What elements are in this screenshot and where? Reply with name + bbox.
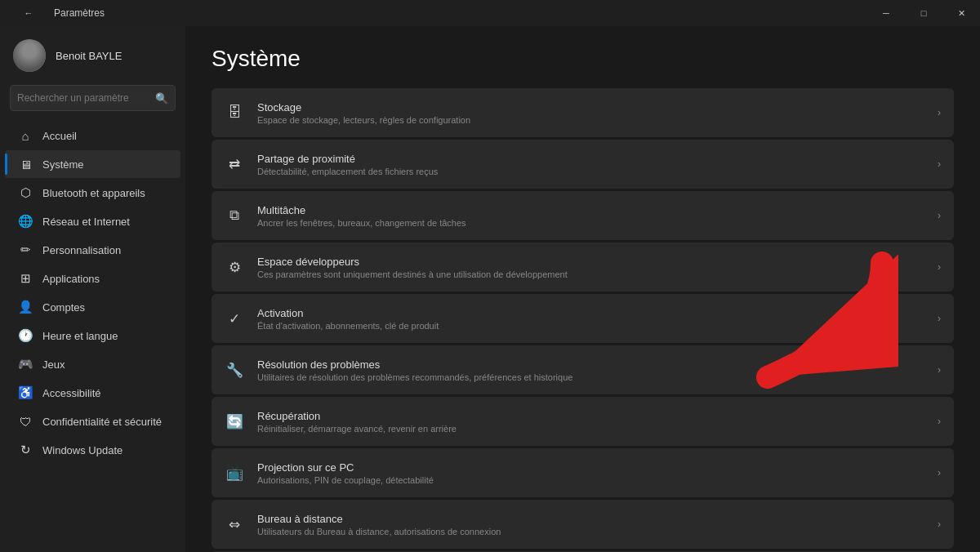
- settings-icon-recuperation: 🔄: [225, 412, 244, 431]
- chevron-right-icon-bureau-distance: ›: [938, 519, 941, 530]
- settings-title-activation: Activation: [257, 307, 924, 319]
- nav-label-windows-update: Windows Update: [42, 444, 122, 456]
- settings-desc-espace-dev: Ces paramètres sont uniquement destinés …: [257, 269, 924, 279]
- nav-label-systeme: Système: [42, 158, 84, 171]
- settings-text-espace-dev: Espace développeursCes paramètres sont u…: [257, 256, 924, 279]
- nav-icon-jeux: 🎮: [18, 357, 33, 372]
- settings-title-projection: Projection sur ce PC: [257, 461, 924, 474]
- settings-text-projection: Projection sur ce PCAutorisations, PIN d…: [257, 461, 924, 485]
- settings-desc-stockage: Espace de stockage, lecteurs, règles de …: [257, 115, 924, 125]
- sidebar-item-reseau[interactable]: 🌐Réseau et Internet: [5, 207, 180, 235]
- settings-desc-resolution: Utilitaires de résolution des problèmes …: [257, 372, 924, 382]
- chevron-right-icon-espace-dev: ›: [938, 261, 941, 273]
- settings-item-stockage[interactable]: 🗄StockageEspace de stockage, lecteurs, r…: [212, 88, 954, 137]
- sidebar-item-jeux[interactable]: 🎮Jeux: [5, 350, 180, 378]
- settings-item-projection[interactable]: 📺Projection sur ce PCAutorisations, PIN …: [212, 448, 954, 497]
- sidebar-item-applications[interactable]: ⊞Applications: [5, 265, 180, 292]
- settings-title-bureau-distance: Bureau à distance: [257, 513, 924, 525]
- settings-icon-stockage: 🗄: [225, 103, 244, 122]
- settings-text-bureau-distance: Bureau à distanceUtilisateurs du Bureau …: [257, 513, 924, 536]
- content-wrapper: Système 🗄StockageEspace de stockage, lec…: [185, 26, 980, 552]
- search-icon[interactable]: 🔍: [155, 92, 168, 105]
- settings-title-multitache: Multitâche: [257, 204, 924, 216]
- nav-icon-reseau: 🌐: [18, 214, 33, 229]
- nav-label-heure: Heure et langue: [42, 330, 118, 342]
- nav-icon-windows-update: ↻: [18, 443, 33, 457]
- chevron-right-icon-stockage: ›: [938, 107, 941, 118]
- sidebar-item-confidentialite[interactable]: 🛡Confidentialité et sécurité: [5, 407, 180, 435]
- nav-icon-bluetooth: ⬡: [18, 185, 33, 200]
- nav-icon-comptes: 👤: [18, 300, 33, 314]
- settings-item-activation[interactable]: ✓ActivationÉtat d'activation, abonnement…: [212, 294, 954, 343]
- back-button[interactable]: ←: [10, 0, 47, 26]
- settings-item-bureau-distance[interactable]: ⇔Bureau à distanceUtilisateurs du Bureau…: [212, 500, 954, 549]
- settings-text-partage: Partage de proximitéDétectabilité, empla…: [257, 153, 924, 176]
- main-content: Système 🗄StockageEspace de stockage, lec…: [185, 26, 980, 552]
- settings-text-multitache: MultitâcheAncrer les fenêtres, bureaux, …: [257, 204, 924, 228]
- settings-text-stockage: StockageEspace de stockage, lecteurs, rè…: [257, 101, 924, 125]
- maximize-button[interactable]: □: [905, 0, 942, 26]
- settings-icon-multitache: ⧉: [225, 206, 244, 225]
- search-input[interactable]: [17, 92, 155, 104]
- settings-icon-activation: ✓: [225, 309, 244, 328]
- sidebar-item-heure[interactable]: 🕐Heure et langue: [5, 322, 180, 349]
- nav-icon-heure: 🕐: [18, 328, 33, 343]
- settings-item-resolution[interactable]: 🔧Résolution des problèmesUtilitaires de …: [212, 345, 954, 394]
- nav-icon-accessibilite: ♿: [18, 385, 33, 400]
- nav-icon-confidentialite: 🛡: [18, 414, 33, 429]
- sidebar: Benoit BAYLE 🔍 ⌂Accueil🖥Système⬡Bluetoot…: [0, 26, 185, 552]
- chevron-right-icon-partage: ›: [938, 158, 941, 170]
- titlebar: ← Paramètres ─ □ ✕: [0, 0, 980, 26]
- sidebar-item-systeme[interactable]: 🖥Système: [5, 150, 180, 178]
- settings-desc-projection: Autorisations, PIN de couplage, détectab…: [257, 475, 924, 485]
- user-profile[interactable]: Benoit BAYLE: [0, 26, 185, 78]
- settings-title-espace-dev: Espace développeurs: [257, 256, 924, 268]
- settings-icon-partage: ⇄: [225, 154, 244, 174]
- settings-text-resolution: Résolution des problèmesUtilitaires de r…: [257, 358, 924, 382]
- nav-label-accueil: Accueil: [42, 130, 77, 142]
- settings-desc-recuperation: Réinitialiser, démarrage avancé, revenir…: [257, 424, 924, 434]
- settings-icon-bureau-distance: ⇔: [225, 514, 244, 534]
- settings-list: 🗄StockageEspace de stockage, lecteurs, r…: [212, 88, 954, 552]
- sidebar-item-bluetooth[interactable]: ⬡Bluetooth et appareils: [5, 179, 180, 207]
- minimize-button[interactable]: ─: [867, 0, 905, 26]
- settings-item-recuperation[interactable]: 🔄RécupérationRéinitialiser, démarrage av…: [212, 397, 954, 446]
- settings-desc-partage: Détectabilité, emplacement des fichiers …: [257, 167, 924, 176]
- settings-desc-bureau-distance: Utilisateurs du Bureau à distance, autor…: [257, 527, 924, 536]
- sidebar-item-comptes[interactable]: 👤Comptes: [5, 293, 180, 321]
- settings-item-multitache[interactable]: ⧉MultitâcheAncrer les fenêtres, bureaux,…: [212, 191, 954, 240]
- titlebar-left: ← Paramètres: [10, 0, 105, 26]
- chevron-right-icon-multitache: ›: [938, 210, 941, 221]
- search-box[interactable]: 🔍: [10, 85, 176, 111]
- settings-title-resolution: Résolution des problèmes: [257, 358, 924, 371]
- sidebar-item-windows-update[interactable]: ↻Windows Update: [5, 436, 180, 464]
- settings-title-stockage: Stockage: [257, 101, 924, 114]
- nav-icon-accueil: ⌂: [18, 128, 33, 143]
- nav-label-accessibilite: Accessibilité: [42, 387, 101, 399]
- chevron-right-icon-recuperation: ›: [938, 416, 941, 427]
- nav-label-confidentialite: Confidentialité et sécurité: [42, 416, 162, 428]
- settings-desc-multitache: Ancrer les fenêtres, bureaux, changement…: [257, 218, 924, 228]
- titlebar-controls: ─ □ ✕: [867, 0, 980, 26]
- chevron-right-icon-resolution: ›: [938, 364, 941, 376]
- chevron-right-icon-projection: ›: [938, 467, 941, 479]
- sidebar-item-personnalisation[interactable]: ✏Personnalisation: [5, 236, 180, 264]
- nav-icon-systeme: 🖥: [18, 157, 33, 171]
- chevron-right-icon-activation: ›: [938, 313, 941, 324]
- sidebar-item-accessibilite[interactable]: ♿Accessibilité: [5, 379, 180, 407]
- app-body: Benoit BAYLE 🔍 ⌂Accueil🖥Système⬡Bluetoot…: [0, 26, 980, 552]
- nav-icon-personnalisation: ✏: [18, 243, 33, 257]
- sidebar-nav: ⌂Accueil🖥Système⬡Bluetooth et appareils🌐…: [0, 121, 185, 465]
- nav-label-comptes: Comptes: [42, 301, 85, 314]
- settings-item-espace-dev[interactable]: ⚙Espace développeursCes paramètres sont …: [212, 243, 954, 292]
- page-title: Système: [212, 46, 954, 72]
- settings-item-partage[interactable]: ⇄Partage de proximitéDétectabilité, empl…: [212, 140, 954, 189]
- nav-icon-applications: ⊞: [18, 271, 33, 286]
- settings-icon-espace-dev: ⚙: [225, 257, 244, 277]
- settings-text-recuperation: RécupérationRéinitialiser, démarrage ava…: [257, 410, 924, 434]
- sidebar-item-accueil[interactable]: ⌂Accueil: [5, 122, 180, 149]
- settings-title-recuperation: Récupération: [257, 410, 924, 422]
- settings-title-partage: Partage de proximité: [257, 153, 924, 165]
- close-button[interactable]: ✕: [942, 0, 980, 26]
- settings-icon-projection: 📺: [225, 463, 244, 483]
